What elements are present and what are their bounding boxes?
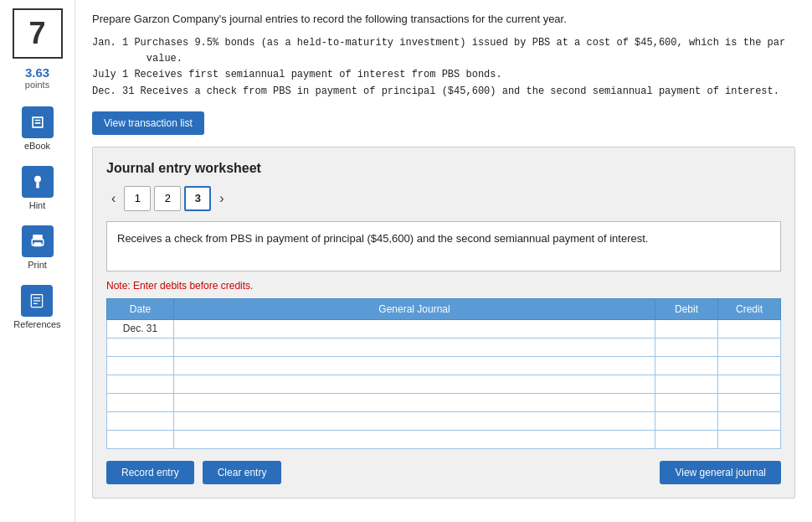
question-number-box: 7 [13, 8, 63, 59]
credit-cell-2[interactable] [718, 338, 781, 356]
debit-cell-3[interactable] [655, 356, 718, 375]
credit-cell-7[interactable] [718, 430, 781, 448]
journal-cell-7[interactable] [174, 430, 655, 448]
page-layout: 7 3.63 points eBook Hint Print [0, 0, 812, 522]
debit-input-3[interactable] [655, 357, 717, 375]
col-header-credit: Credit [718, 298, 781, 319]
col-header-date: Date [107, 298, 174, 319]
record-entry-button[interactable]: Record entry [106, 461, 194, 484]
points-label: 3.63 points [25, 65, 49, 90]
print-label: Print [28, 260, 47, 270]
sidebar-item-ebook[interactable]: eBook [22, 106, 54, 151]
journal-input-5[interactable] [174, 394, 655, 411]
hint-label: Hint [29, 200, 46, 210]
left-buttons: Record entry Clear entry [106, 461, 281, 484]
date-cell-7 [107, 430, 174, 448]
table-row [107, 411, 781, 430]
question-number: 7 [28, 16, 45, 51]
credit-cell-4[interactable] [718, 375, 781, 393]
journal-input-2[interactable] [174, 339, 655, 356]
debit-input-2[interactable] [655, 339, 717, 356]
journal-table: Date General Journal Debit Credit Dec. 3… [106, 298, 781, 449]
next-page-button[interactable]: › [214, 189, 229, 208]
sidebar-item-hint[interactable]: Hint [22, 166, 54, 210]
worksheet-title: Journal entry worksheet [106, 161, 781, 176]
page-3-button[interactable]: 3 [184, 186, 211, 211]
journal-cell-5[interactable] [174, 393, 655, 411]
credit-cell-1[interactable] [718, 319, 781, 338]
transaction-2: July 1 Receives first semiannual payment… [92, 69, 502, 80]
credit-cell-5[interactable] [718, 393, 781, 411]
note-text: Note: Enter debits before credits. [106, 280, 781, 292]
table-row [107, 375, 781, 393]
journal-cell-6[interactable] [174, 411, 655, 430]
page-2-button[interactable]: 2 [154, 186, 181, 211]
sidebar-item-references[interactable]: References [13, 285, 60, 329]
date-cell-6 [107, 411, 174, 430]
debit-cell-7[interactable] [655, 430, 718, 448]
debit-cell-2[interactable] [655, 338, 718, 356]
table-row: Dec. 31 [107, 319, 781, 338]
journal-cell-2[interactable] [174, 338, 655, 356]
journal-input-6[interactable] [174, 412, 655, 430]
col-header-debit: Debit [655, 298, 718, 319]
journal-input-7[interactable] [174, 431, 655, 448]
ebook-icon [22, 106, 54, 138]
transaction-3: Dec. 31 Receives a check from PBS in pay… [92, 85, 779, 97]
points-text: points [25, 80, 49, 90]
buttons-container: Record entry Clear entry View general jo… [106, 461, 781, 484]
transaction-1: Jan. 1 Purchases 9.5% bonds (as a held-t… [92, 37, 785, 65]
view-transaction-button[interactable]: View transaction list [92, 111, 204, 135]
date-cell-5 [107, 393, 174, 411]
sidebar: 7 3.63 points eBook Hint Print [0, 0, 75, 522]
transactions-block: Jan. 1 Purchases 9.5% bonds (as a held-t… [92, 35, 795, 100]
credit-cell-6[interactable] [718, 411, 781, 430]
references-icon [21, 285, 53, 317]
table-row [107, 430, 781, 448]
description-text: Receives a check from PBS in payment of … [117, 232, 648, 245]
prev-page-button[interactable]: ‹ [106, 189, 121, 208]
pagination: ‹ 1 2 3 › [106, 186, 781, 211]
table-row [107, 393, 781, 411]
date-cell-4 [107, 375, 174, 393]
credit-input-6[interactable] [718, 412, 780, 430]
journal-cell-1[interactable] [174, 319, 655, 338]
date-cell-1: Dec. 31 [107, 319, 174, 338]
credit-input-2[interactable] [718, 339, 780, 356]
debit-input-1[interactable] [655, 320, 717, 338]
credit-input-1[interactable] [718, 320, 780, 338]
table-row [107, 356, 781, 375]
col-header-general-journal: General Journal [174, 298, 655, 319]
print-icon [22, 225, 54, 257]
debit-input-5[interactable] [655, 394, 717, 411]
debit-input-7[interactable] [655, 431, 717, 448]
debit-input-4[interactable] [655, 375, 717, 393]
journal-cell-3[interactable] [174, 356, 655, 375]
hint-icon [22, 166, 54, 198]
page-1-button[interactable]: 1 [124, 186, 151, 211]
ebook-label: eBook [24, 141, 50, 151]
journal-input-3[interactable] [174, 357, 655, 375]
main-content: Prepare Garzon Company's journal entries… [75, 0, 812, 522]
sidebar-item-print[interactable]: Print [22, 225, 54, 270]
svg-rect-9 [33, 244, 40, 246]
date-cell-2 [107, 338, 174, 356]
debit-cell-1[interactable] [655, 319, 718, 338]
description-box: Receives a check from PBS in payment of … [106, 221, 781, 271]
debit-cell-5[interactable] [655, 393, 718, 411]
journal-cell-4[interactable] [174, 375, 655, 393]
worksheet-container: Journal entry worksheet ‹ 1 2 3 › Receiv… [92, 147, 795, 499]
credit-input-4[interactable] [718, 375, 780, 393]
debit-cell-6[interactable] [655, 411, 718, 430]
debit-input-6[interactable] [655, 412, 717, 430]
credit-input-5[interactable] [718, 394, 780, 411]
view-general-journal-button[interactable]: View general journal [660, 461, 781, 484]
credit-input-7[interactable] [718, 431, 780, 448]
references-label: References [13, 319, 60, 329]
journal-input-1[interactable] [174, 320, 655, 338]
credit-cell-3[interactable] [718, 356, 781, 375]
journal-input-4[interactable] [174, 375, 655, 393]
clear-entry-button[interactable]: Clear entry [203, 461, 282, 484]
credit-input-3[interactable] [718, 357, 780, 375]
debit-cell-4[interactable] [655, 375, 718, 393]
